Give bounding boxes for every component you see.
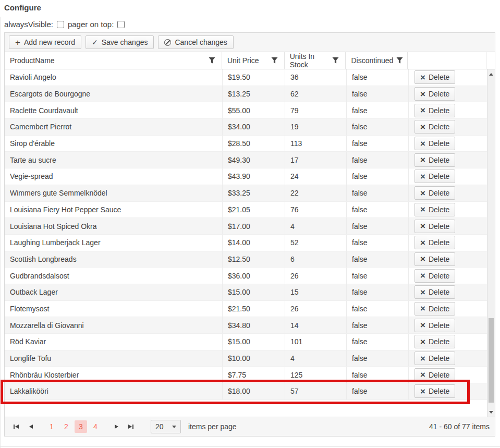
delete-button[interactable]: × Delete — [414, 269, 455, 283]
delete-button[interactable]: × Delete — [414, 70, 455, 84]
delete-button-label: Delete — [429, 371, 449, 379]
delete-button[interactable]: × Delete — [414, 368, 455, 382]
scroll-up-button[interactable] — [487, 70, 495, 78]
column-header-discontinued: Discontinued — [345, 52, 407, 69]
filter-icon[interactable] — [209, 57, 215, 64]
filter-icon[interactable] — [396, 57, 403, 64]
page-size-dropdown[interactable]: 20 — [151, 420, 181, 433]
delete-button[interactable]: × Delete — [414, 120, 455, 134]
discontinued-text: false — [352, 305, 368, 313]
product-name-text: Sirop d'érable — [10, 139, 55, 148]
delete-button[interactable]: × Delete — [414, 104, 455, 117]
discontinued-text: false — [352, 123, 368, 131]
table-row: Wimmers gute Semmelknödel $33.25 22 fals… — [5, 185, 487, 202]
discontinued-cell: false — [346, 136, 408, 152]
add-new-record-button[interactable]: + Add new record — [9, 35, 81, 49]
table-row: Mozzarella di Giovanni $34.80 14 false ×… — [5, 317, 487, 334]
filter-icon[interactable] — [271, 57, 278, 64]
delete-button-label: Delete — [429, 73, 449, 81]
delete-button[interactable]: × Delete — [414, 285, 455, 299]
product-name-cell: Raclette Courdavault — [5, 102, 222, 118]
delete-button[interactable]: × Delete — [414, 169, 455, 183]
pager-page-1[interactable]: 1 — [45, 420, 58, 433]
delete-button[interactable]: × Delete — [414, 384, 455, 398]
column-label: Discontinued — [351, 56, 393, 65]
pager-on-top-checkbox[interactable] — [117, 21, 125, 28]
product-name-text: Rhönbräu Klosterbier — [10, 371, 79, 379]
cancel-changes-button[interactable]: Cancel changes — [158, 35, 233, 49]
column-header-unit-price: Unit Price — [222, 52, 284, 69]
last-page-icon-arrow — [128, 425, 132, 429]
delete-button[interactable]: × Delete — [414, 252, 455, 266]
units-in-stock-text: 6 — [290, 255, 295, 263]
delete-x-icon: × — [420, 321, 425, 330]
units-in-stock-text: 24 — [290, 172, 299, 180]
delete-button[interactable]: × Delete — [414, 319, 455, 332]
delete-x-icon: × — [420, 73, 425, 82]
save-changes-button[interactable]: ✓ Save changes — [86, 35, 154, 49]
delete-button-label: Delete — [429, 387, 449, 395]
delete-button[interactable]: × Delete — [414, 352, 455, 365]
delete-button[interactable]: × Delete — [414, 137, 455, 150]
unit-price-text: $12.50 — [228, 255, 250, 263]
table-row: Rhönbräu Klosterbier $7.75 125 false × D… — [5, 367, 487, 383]
first-page-button[interactable] — [10, 420, 22, 433]
filter-icon[interactable] — [332, 57, 339, 64]
delete-button[interactable]: × Delete — [414, 153, 455, 167]
next-page-icon — [115, 425, 118, 429]
unit-price-cell: $49.30 — [222, 152, 285, 168]
discontinued-text: false — [352, 354, 368, 362]
grid-widget: + Add new record ✓ Save changes Cancel c… — [4, 32, 495, 437]
delete-button-label: Delete — [429, 156, 449, 164]
product-name-cell: Scottish Longbreads — [5, 251, 222, 268]
pager-page-4[interactable]: 4 — [89, 420, 102, 433]
previous-page-button[interactable] — [25, 420, 37, 433]
column-header-actions — [407, 52, 486, 69]
unit-price-text: $55.00 — [228, 106, 250, 115]
save-changes-label: Save changes — [102, 38, 148, 46]
delete-button[interactable]: × Delete — [414, 203, 455, 216]
delete-button[interactable]: × Delete — [414, 220, 455, 233]
unit-price-text: $13.25 — [228, 90, 250, 98]
product-name-text: Camembert Pierrot — [10, 123, 71, 131]
delete-button-label: Delete — [429, 139, 449, 148]
units-in-stock-text: 22 — [290, 189, 299, 197]
units-in-stock-cell: 6 — [285, 251, 346, 268]
delete-button[interactable]: × Delete — [414, 186, 455, 200]
grid-toolbar: + Add new record ✓ Save changes Cancel c… — [5, 33, 495, 52]
action-cell: × Delete — [408, 102, 487, 118]
unit-price-text: $33.25 — [228, 189, 250, 197]
unit-price-cell: $15.00 — [222, 334, 285, 350]
delete-button[interactable]: × Delete — [414, 302, 455, 316]
delete-x-icon: × — [420, 304, 425, 313]
product-name-text: Mozzarella di Giovanni — [10, 321, 84, 330]
pager-page-2[interactable]: 2 — [60, 420, 72, 433]
unit-price-cell: $14.00 — [222, 235, 285, 251]
pager-page-3[interactable]: 3 — [75, 420, 87, 433]
scrollbar-thumb[interactable] — [489, 318, 494, 403]
delete-button-label: Delete — [429, 172, 449, 180]
units-in-stock-cell: 52 — [285, 235, 346, 251]
delete-button[interactable]: × Delete — [414, 87, 455, 101]
product-name-cell: Wimmers gute Semmelknödel — [5, 185, 222, 201]
unit-price-text: $21.50 — [228, 305, 250, 313]
discontinued-cell: false — [346, 152, 408, 168]
grid-header: ProductName Unit Price Units In Stock Di… — [5, 52, 495, 69]
table-row: Camembert Pierrot $34.00 19 false × Dele… — [5, 119, 487, 136]
product-name-cell: Mozzarella di Giovanni — [5, 317, 222, 333]
product-name-text: Gudbrandsdalsost — [10, 272, 69, 280]
scroll-down-button[interactable] — [487, 408, 495, 416]
always-visible-checkbox[interactable] — [57, 21, 64, 28]
table-row: Gudbrandsdalsost $36.00 26 false × Delet… — [5, 268, 487, 284]
last-page-icon — [132, 425, 133, 429]
unit-price-text: $15.00 — [228, 288, 250, 296]
last-page-button[interactable] — [125, 420, 137, 433]
vertical-scrollbar[interactable] — [487, 69, 495, 417]
delete-button-label: Delete — [429, 272, 449, 280]
discontinued-cell: false — [346, 301, 408, 317]
delete-button[interactable]: × Delete — [414, 335, 455, 348]
delete-button[interactable]: × Delete — [414, 236, 455, 249]
next-page-button[interactable] — [110, 420, 123, 433]
unit-price-cell: $7.75 — [222, 367, 285, 383]
discontinued-text: false — [352, 205, 368, 214]
